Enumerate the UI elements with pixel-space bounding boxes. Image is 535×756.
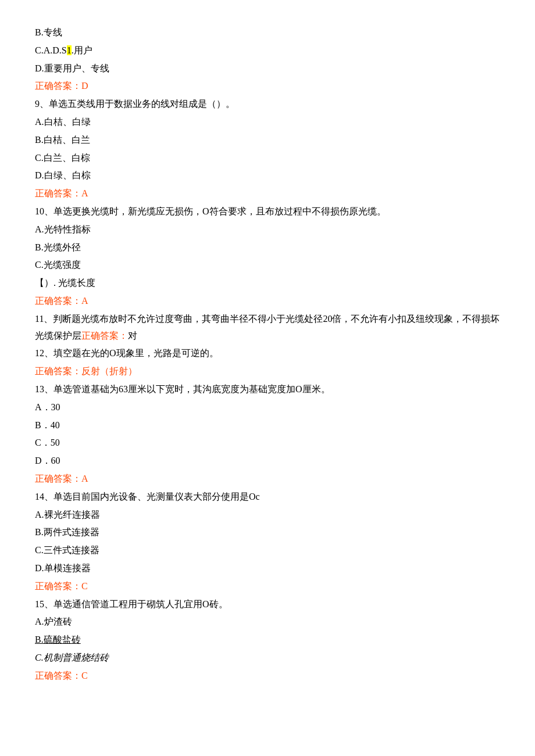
answer-12: 正确答案：反射（折射）: [35, 363, 500, 380]
option-d-important: D.重要用户、专线: [35, 60, 500, 77]
option-9d: D.白绿、白棕: [35, 167, 500, 184]
highlight-1: 1: [67, 45, 72, 55]
option-c-user: .用户: [72, 45, 92, 55]
answer-15: 正确答案：C: [35, 668, 500, 685]
option-10d: 【）. 光缆长度: [35, 275, 500, 292]
answer-9: 正确答案：A: [35, 185, 500, 202]
option-14c: C.三件式连接器: [35, 542, 500, 559]
option-9a: A.白桔、白绿: [35, 114, 500, 131]
option-14d: D.单模连接器: [35, 560, 500, 577]
question-12: 12、填空题在光的O现象里，光路是可逆的。: [35, 345, 500, 362]
option-15a: A.炉渣砖: [35, 614, 500, 630]
question-10: 10、单选更换光缆时，新光缆应无损伤，O符合要求，且布放过程中不得损伤原光缆。: [35, 203, 500, 220]
option-9c: C.白兰、白棕: [35, 150, 500, 167]
answer-11-value: 对: [128, 331, 137, 341]
option-15c: C.机制普通烧结砖: [35, 650, 500, 667]
question-11: 11、判断题光缆布放时不允许过度弯曲，其弯曲半径不得小于光缆处径20倍，不允许有…: [35, 311, 500, 345]
option-14b: B.两件式连接器: [35, 524, 500, 541]
option-10b: B.光缆外径: [35, 239, 500, 256]
question-14: 14、单选目前国内光设备、光测量仪表大部分使用是Oc: [35, 489, 500, 506]
option-c-ads1: C.A.D.S1.用户: [35, 42, 500, 59]
question-15: 15、单选通信管道工程用于砌筑人孔宜用O砖。: [35, 596, 500, 613]
question-9: 9、单选五类线用于数据业务的线对组成是（）。: [35, 96, 500, 113]
answer-d: 正确答案：D: [35, 78, 500, 95]
question-13: 13、单选管道基础为63厘米以下宽时，其沟底宽度为基础宽度加O厘米。: [35, 381, 500, 398]
option-13b: B．40: [35, 417, 500, 434]
option-13d: D．60: [35, 453, 500, 470]
option-10c: C.光缆强度: [35, 257, 500, 274]
option-13c: C．50: [35, 435, 500, 452]
option-9b: B.白桔、白兰: [35, 132, 500, 149]
option-b-special-line: B.专线: [35, 24, 500, 41]
option-13a: A．30: [35, 399, 500, 416]
answer-13: 正确答案：A: [35, 471, 500, 488]
option-15b: B.硫酸盐砖: [35, 632, 500, 648]
option-10a: A.光特性指标: [35, 221, 500, 238]
option-14a: A.裸光纤连接器: [35, 507, 500, 524]
answer-10: 正确答案：A: [35, 293, 500, 310]
option-c-ads-text: C.A.D.S: [35, 45, 67, 55]
answer-14: 正确答案：C: [35, 578, 500, 595]
main-content: B.专线 C.A.D.S1.用户 D.重要用户、专线 正确答案：D 9、单选五类…: [35, 24, 500, 684]
answer-11-inline-label: 正确答案：: [81, 331, 128, 341]
